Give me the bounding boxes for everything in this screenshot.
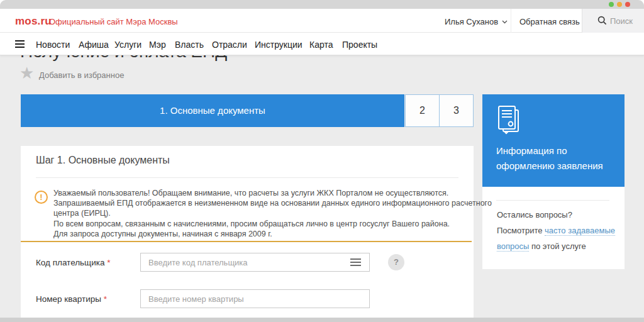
user-name: Илья Суханов [445, 17, 498, 26]
apartment-number-label: Номер квартиры * [36, 294, 107, 304]
step-tab-2[interactable]: 2 [405, 94, 440, 127]
nav-item-services[interactable]: Услуги [114, 40, 142, 50]
questions-text: Остались вопросы? Посмотрите часто задав… [497, 207, 616, 254]
step1-form-card: Шаг 1. Основные документы ! Уважаемый по… [21, 146, 474, 318]
nav-item-news[interactable]: Новости [36, 40, 70, 50]
favorites-label[interactable]: Добавить в избранное [39, 70, 124, 80]
required-mark: * [107, 258, 110, 267]
nav-item-map[interactable]: Карта [309, 40, 333, 50]
notice-line: Запрашиваемый ЕПД отображается в неизмен… [53, 198, 474, 208]
sidebar-divider [496, 200, 609, 201]
step-tab-1-active[interactable]: 1. Основные документы [21, 94, 404, 127]
search-icon [597, 16, 607, 25]
questions-prefix: Посмотрите [497, 226, 545, 235]
star-icon[interactable]: ★ [19, 65, 34, 81]
info-card[interactable]: Информация по оформлению заявления [482, 94, 625, 187]
mosru-logo[interactable]: mos.ru [15, 15, 52, 28]
info-card-label: Информация по оформлению заявления [496, 143, 617, 174]
hamburger-menu-icon[interactable] [15, 40, 25, 48]
payer-code-input[interactable] [140, 253, 370, 272]
notice-text: Уважаемый пользователь! Обращаем внимани… [53, 188, 474, 239]
site-header: mos.ru Официальный сайт Мэра Москвы Илья… [0, 9, 644, 33]
search-box[interactable]: Поиск [582, 9, 644, 33]
step-tab-3[interactable]: 3 [439, 94, 474, 127]
notice-line: По всем вопросам, связанным с начисления… [53, 219, 474, 229]
notice-underline [21, 241, 472, 242]
notice-line: Для запроса доступны документы, начиная … [53, 229, 474, 239]
main-nav: Новости Афиша Услуги Мэр Власть Отрасли … [0, 33, 644, 55]
window-control-red[interactable] [625, 2, 630, 7]
help-button[interactable]: ? [388, 254, 404, 270]
search-placeholder: Поиск [610, 16, 633, 26]
nav-item-industries[interactable]: Отрасли [212, 40, 247, 50]
warning-icon: ! [35, 191, 48, 204]
browser-window: mos.ru Официальный сайт Мэра Москвы Илья… [0, 0, 644, 322]
apartment-number-input[interactable] [140, 289, 370, 308]
document-icon [496, 105, 521, 135]
notice-line: центра (ЕИРЦ). [53, 208, 474, 218]
chevron-down-icon [502, 20, 508, 24]
list-icon[interactable] [350, 258, 361, 268]
step-heading: Шаг 1. Основные документы [36, 155, 170, 166]
notice-line: Уважаемый пользователь! Обращаем внимани… [53, 188, 474, 198]
header-divider [511, 9, 511, 33]
bottom-edge [0, 318, 644, 322]
required-mark: * [104, 294, 107, 304]
heading-divider [36, 177, 458, 178]
nav-item-mayor[interactable]: Мэр [149, 40, 166, 50]
nav-item-afisha[interactable]: Афиша [79, 40, 109, 50]
nav-item-projects[interactable]: Проекты [342, 40, 377, 50]
window-control-yellow[interactable] [617, 2, 622, 7]
questions-card: Остались вопросы? Посмотрите часто задав… [482, 187, 625, 269]
questions-suffix: по этой услуге [529, 242, 586, 251]
payer-code-label: Код плательщика * [36, 258, 111, 267]
window-control-green[interactable] [609, 2, 614, 7]
nav-item-instructions[interactable]: Инструкции [255, 40, 303, 50]
site-tagline: Официальный сайт Мэра Москвы [49, 17, 178, 26]
feedback-link[interactable]: Обратная связь [519, 17, 580, 26]
browser-titlebar [0, 0, 644, 9]
questions-title: Остались вопросы? [497, 210, 572, 219]
nav-item-authority[interactable]: Власть [175, 40, 204, 50]
user-menu[interactable]: Илья Суханов [445, 17, 508, 26]
